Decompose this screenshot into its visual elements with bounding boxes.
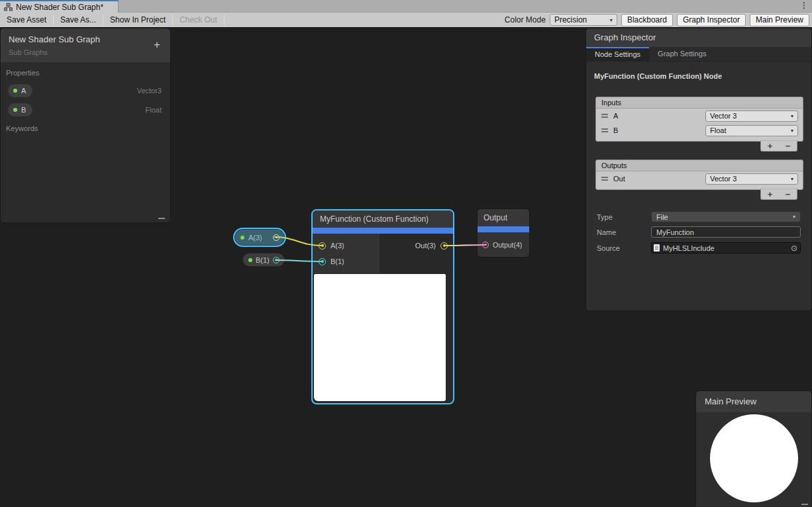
- keywords-section-label: Keywords: [1, 124, 170, 132]
- input-type-value: Float: [710, 126, 726, 134]
- add-output-button[interactable]: +: [761, 189, 779, 199]
- source-row: Source MyHLSLInclude ⊙: [597, 242, 801, 254]
- node-title: Output: [478, 209, 529, 226]
- window-menu-icon[interactable]: ⋮: [800, 1, 808, 10]
- input-type-dropdown[interactable]: Float ▾: [705, 125, 798, 136]
- node-preview[interactable]: [314, 274, 446, 401]
- property-pill[interactable]: B: [7, 103, 33, 117]
- type-value: File: [656, 213, 668, 221]
- tab-new-shader-sub-graph[interactable]: New Shader Sub Graph*: [0, 0, 119, 13]
- blackboard-title: New Shader Sub Graph: [9, 34, 162, 44]
- blackboard-toggle-button[interactable]: Blackboard: [621, 14, 673, 26]
- type-label: Type: [597, 213, 651, 221]
- main-preview-body: [696, 412, 811, 507]
- edge-out-to-output[interactable]: [444, 245, 485, 246]
- toolbar-right-group: Color Mode Precision ▾ Blackboard Graph …: [505, 14, 812, 26]
- port-label: Out(3): [415, 242, 436, 250]
- outputs-list-footer: + −: [760, 189, 797, 200]
- property-row-a[interactable]: A Vector3: [1, 81, 170, 100]
- inputs-row-b[interactable]: B Float ▾: [596, 123, 803, 138]
- chevron-down-icon: ▾: [610, 17, 613, 23]
- inputs-row-a[interactable]: A Vector 3 ▾: [596, 109, 803, 123]
- name-label: Name: [597, 228, 651, 236]
- input-name: A: [613, 112, 700, 120]
- chevron-down-icon: ▾: [791, 128, 793, 134]
- inputs-list-header: Inputs: [596, 97, 803, 109]
- save-asset-button[interactable]: Save Asset: [0, 13, 53, 27]
- blackboard-panel: New Shader Sub Graph Sub Graphs + Proper…: [0, 28, 171, 223]
- output-name: Out: [613, 175, 700, 183]
- input-type-dropdown[interactable]: Vector 3 ▾: [705, 111, 798, 122]
- source-label: Source: [597, 244, 651, 252]
- property-dot-icon: [240, 236, 244, 240]
- tab-bar: New Shader Sub Graph* ⋮: [0, 0, 812, 13]
- properties-section-label: Properties: [1, 69, 170, 77]
- panel-resize-handle[interactable]: [158, 218, 165, 219]
- port-label: A(3): [330, 242, 344, 250]
- property-pill[interactable]: A: [7, 83, 33, 98]
- remove-output-button[interactable]: −: [779, 189, 797, 199]
- tab-title: New Shader Sub Graph*: [16, 3, 103, 12]
- custom-function-node[interactable]: MyFunction (Custom Function) A(3) B(1) O…: [311, 209, 454, 404]
- input-type-value: Vector 3: [710, 112, 736, 120]
- property-name: B: [21, 106, 26, 114]
- color-mode-dropdown[interactable]: Precision ▾: [550, 14, 617, 26]
- drag-handle-icon[interactable]: [601, 128, 608, 132]
- chevron-down-icon: ▾: [791, 176, 793, 182]
- color-mode-label: Color Mode: [505, 15, 546, 24]
- node-accent-strip: [478, 226, 529, 232]
- show-in-project-button[interactable]: Show In Project: [103, 13, 172, 27]
- subgraph-asset-icon: [4, 3, 13, 11]
- type-row: Type File ▾: [597, 211, 801, 222]
- outputs-list-header: Outputs: [596, 160, 803, 171]
- property-dot-icon: [248, 258, 252, 262]
- graph-canvas[interactable]: A(3) B(1) MyFunction (Custom Function) A…: [0, 28, 812, 507]
- tab-node-settings[interactable]: Node Settings: [586, 47, 649, 61]
- drag-handle-icon[interactable]: [601, 177, 608, 181]
- port-label: B(1): [330, 257, 344, 265]
- graph-inspector-panel: Graph Inspector Node Settings Graph Sett…: [585, 28, 812, 311]
- inputs-list: Inputs A Vector 3 ▾ B Float ▾: [595, 97, 803, 142]
- property-dot-icon: [13, 89, 17, 93]
- tab-graph-settings[interactable]: Graph Settings: [649, 47, 715, 61]
- selected-node-header: MyFunction (Custom Function) Node: [594, 72, 722, 80]
- remove-input-button[interactable]: −: [779, 141, 797, 151]
- inspector-header[interactable]: Graph Inspector: [586, 28, 811, 47]
- name-field[interactable]: MyFunction: [651, 226, 801, 238]
- property-row-b[interactable]: B Float: [1, 100, 170, 119]
- save-as-button[interactable]: Save As...: [54, 13, 103, 27]
- output-port-row-out: Out(3): [415, 238, 448, 254]
- outputs-row-out[interactable]: Out Vector 3 ▾: [596, 171, 803, 186]
- source-object-field[interactable]: MyHLSLInclude ⊙: [651, 242, 801, 254]
- chevron-down-icon: ▾: [793, 214, 795, 220]
- outputs-list: Outputs Out Vector 3 ▾: [595, 160, 803, 190]
- graph-inspector-toggle-button[interactable]: Graph Inspector: [677, 14, 746, 26]
- output-node[interactable]: Output Output(4): [477, 208, 530, 257]
- object-picker-icon[interactable]: ⊙: [788, 244, 800, 253]
- inspector-tabs: Node Settings Graph Settings: [586, 47, 811, 62]
- add-input-button[interactable]: +: [761, 141, 779, 151]
- main-preview-panel: Main Preview: [695, 391, 812, 507]
- output-type-dropdown[interactable]: Vector 3 ▾: [705, 173, 798, 185]
- input-port-row-b: B(1): [313, 254, 453, 269]
- inputs-list-footer: + −: [760, 140, 797, 152]
- property-node-label: B(1): [256, 256, 270, 264]
- node-accent-strip: [313, 228, 453, 234]
- property-type: Vector3: [137, 87, 162, 95]
- blackboard-subtitle: Sub Graphs: [9, 48, 162, 56]
- main-preview-toggle-button[interactable]: Main Preview: [750, 14, 809, 26]
- port-label: Output(4): [493, 241, 522, 249]
- property-name: A: [21, 87, 26, 95]
- main-preview-header[interactable]: Main Preview: [696, 391, 811, 412]
- input-name: B: [613, 126, 700, 134]
- source-value: MyHLSLInclude: [663, 244, 715, 252]
- type-dropdown[interactable]: File ▾: [651, 211, 801, 222]
- name-row: Name MyFunction: [597, 226, 801, 238]
- node-title: MyFunction (Custom Function): [313, 210, 453, 228]
- check-out-button: Check Out: [173, 13, 224, 27]
- panel-resize-handle[interactable]: [801, 504, 808, 505]
- add-property-button[interactable]: +: [154, 39, 160, 50]
- chevron-down-icon: ▾: [791, 113, 793, 119]
- drag-handle-icon[interactable]: [601, 114, 608, 118]
- blackboard-header[interactable]: New Shader Sub Graph Sub Graphs +: [1, 28, 170, 62]
